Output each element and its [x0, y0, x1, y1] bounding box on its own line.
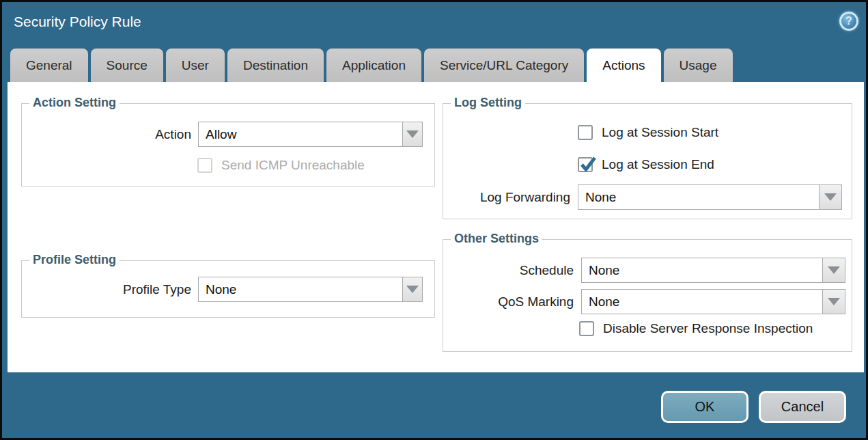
profile-type-dropdown: None — [198, 277, 423, 302]
tab-user[interactable]: User — [166, 49, 225, 82]
action-dropdown-value[interactable]: Allow — [198, 122, 403, 147]
profile-setting-group: Profile Setting Profile Type None — [21, 260, 435, 318]
tab-destination[interactable]: Destination — [227, 49, 324, 82]
log-forwarding-label: Log Forwarding — [443, 190, 570, 205]
log-at-session-start-checkbox[interactable] — [578, 125, 593, 140]
qos-marking-label: QoS Marking — [443, 294, 574, 310]
disable-server-response-inspection-label[interactable]: Disable Server Response Inspection — [603, 321, 813, 336]
action-dropdown-button[interactable] — [402, 122, 423, 147]
tab-bar: GeneralSourceUserDestinationApplicationS… — [10, 49, 733, 82]
content-panel: Action Setting Action Allow Send ICMP Un… — [8, 82, 864, 372]
chevron-down-icon — [824, 193, 837, 201]
log-setting-group: Log Setting Log at Session Start Log at … — [443, 103, 852, 219]
ok-button[interactable]: OK — [661, 391, 748, 423]
action-dropdown: Allow — [198, 122, 423, 147]
schedule-label: Schedule — [443, 263, 574, 278]
chevron-down-icon — [828, 266, 840, 274]
chevron-down-icon — [406, 286, 419, 293]
qos-marking-dropdown: None — [581, 289, 845, 314]
tab-actions[interactable]: Actions — [587, 49, 660, 82]
send-icmp-unreachable-label: Send ICMP Unreachable — [221, 158, 365, 173]
schedule-dropdown: None — [581, 258, 845, 283]
security-policy-rule-dialog: Security Policy Rule ? GeneralSourceUser… — [0, 0, 868, 440]
profile-type-label: Profile Type — [22, 282, 191, 297]
qos-marking-dropdown-button[interactable] — [822, 289, 845, 314]
log-at-session-end-checkbox[interactable] — [578, 157, 593, 172]
help-button[interactable]: ? — [839, 12, 858, 31]
action-setting-group: Action Setting Action Allow Send ICMP Un… — [21, 103, 435, 187]
disable-server-response-inspection-checkbox[interactable] — [579, 321, 594, 336]
other-settings-group: Other Settings Schedule None QoS Marking… — [443, 239, 852, 352]
log-forwarding-dropdown: None — [578, 184, 842, 210]
dialog-title: Security Policy Rule — [14, 14, 141, 30]
tab-service-url-category[interactable]: Service/URL Category — [424, 49, 584, 82]
chevron-down-icon — [406, 130, 419, 138]
action-label: Action — [22, 127, 191, 142]
log-at-session-end-label[interactable]: Log at Session End — [602, 157, 714, 172]
log-forwarding-dropdown-button[interactable] — [819, 184, 842, 210]
profile-type-dropdown-button[interactable] — [402, 277, 423, 302]
action-setting-legend: Action Setting — [29, 96, 120, 110]
other-settings-legend: Other Settings — [451, 232, 542, 246]
tab-application[interactable]: Application — [326, 49, 421, 82]
chevron-down-icon — [828, 298, 840, 305]
schedule-dropdown-value[interactable]: None — [581, 258, 823, 283]
log-setting-legend: Log Setting — [451, 96, 525, 110]
send-icmp-unreachable-checkbox — [197, 158, 212, 173]
question-mark-icon: ? — [845, 15, 852, 27]
schedule-dropdown-button[interactable] — [822, 258, 845, 283]
profile-type-dropdown-value[interactable]: None — [198, 277, 403, 302]
profile-setting-legend: Profile Setting — [29, 253, 120, 267]
qos-marking-dropdown-value[interactable]: None — [581, 289, 823, 314]
tab-usage[interactable]: Usage — [664, 49, 733, 82]
cancel-button[interactable]: Cancel — [759, 391, 846, 423]
tab-source[interactable]: Source — [91, 49, 163, 82]
log-at-session-start-label[interactable]: Log at Session Start — [602, 125, 718, 140]
log-forwarding-dropdown-value[interactable]: None — [578, 184, 820, 210]
tab-general[interactable]: General — [10, 49, 88, 82]
